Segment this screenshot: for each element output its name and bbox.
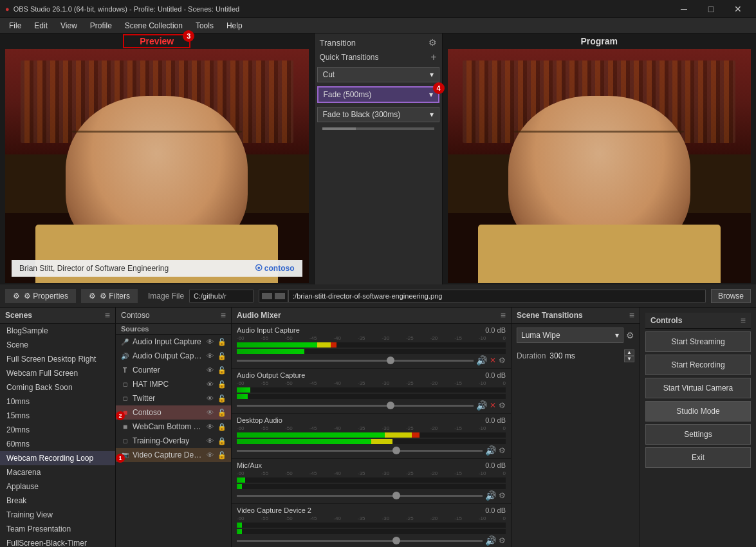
scenes-panel-icon[interactable]: ≡ (105, 310, 110, 320)
transition-header-row: Transition ⚙ (317, 36, 439, 49)
audio-mixer-panel-icon[interactable]: ≡ (501, 310, 506, 320)
source-contoso[interactable]: ◼ Contoso 👁 🔓 2 (116, 405, 231, 420)
start-virtual-camera-btn[interactable]: Start Virtual Camera (645, 378, 751, 398)
scene-item[interactable]: 60mns (0, 437, 115, 451)
image-file-path-long[interactable] (288, 290, 706, 302)
audio-settings-vid2-btn[interactable]: ⚙ (499, 536, 506, 545)
scene-transitions-select[interactable]: Luma Wipe ▾ (517, 328, 623, 343)
scene-transitions-panel-icon[interactable]: ≡ (629, 310, 634, 320)
audio-slider-mic[interactable] (237, 495, 483, 497)
webcam-bottom-lock-btn[interactable]: 🔒 (217, 422, 227, 432)
scene-item[interactable]: BlogSample (0, 324, 115, 338)
scene-item[interactable]: 15mns (0, 409, 115, 423)
source-video-capture[interactable]: 📷 Video Capture Device 👁 🔓 1 (116, 448, 231, 462)
twitter-visibility-btn[interactable]: 👁 (206, 394, 214, 403)
exit-btn[interactable]: Exit (645, 447, 751, 468)
audio-input-visibility-btn[interactable]: 👁 (206, 337, 214, 346)
counter-visibility-btn[interactable]: 👁 (206, 366, 214, 375)
minimize-button[interactable]: ─ (671, 0, 697, 18)
filters-tab[interactable]: ⚙ ⚙ Filters (81, 289, 138, 303)
twitter-lock-btn[interactable]: 🔓 (217, 394, 227, 403)
source-audio-input[interactable]: 🎤 Audio Input Capture 👁 🔓 (116, 335, 231, 349)
scene-item-webcam-full[interactable]: Webcam Full Screen (0, 366, 115, 380)
audio-settings-mic-btn[interactable]: ⚙ (499, 491, 506, 500)
audio-settings-input-btn[interactable]: ⚙ (499, 356, 506, 365)
scene-item[interactable]: Full Screen Desktop Right (0, 352, 115, 366)
scene-item[interactable]: Scene (0, 338, 115, 352)
menu-help[interactable]: Help (220, 20, 249, 32)
hat-impc-lock-btn[interactable]: 🔓 (217, 380, 227, 389)
audio-mute-x-btn[interactable]: ✕ (490, 356, 496, 365)
scene-item[interactable]: 10mns (0, 394, 115, 409)
audio-settings-output-btn[interactable]: ⚙ (499, 401, 506, 410)
audio-slider-output[interactable] (237, 405, 474, 407)
source-hat-impc[interactable]: ◻ HAT IMPC 👁 🔓 (116, 377, 231, 391)
source-training-overlay[interactable]: ◻ Training-Overlay 👁 🔒 (116, 434, 231, 448)
audio-mute-vid2-btn[interactable]: 🔊 (485, 535, 496, 546)
contoso-visibility-btn[interactable]: 👁 (206, 408, 214, 417)
close-button[interactable]: ✕ (725, 0, 751, 18)
menu-edit[interactable]: Edit (28, 20, 54, 32)
transition-settings-icon[interactable]: ⚙ (429, 37, 437, 48)
audio-mute-mic-btn[interactable]: 🔊 (485, 490, 496, 501)
scene-item[interactable]: 20mns (0, 423, 115, 437)
start-recording-btn[interactable]: Start Recording (645, 355, 751, 375)
scene-transitions-settings-icon[interactable]: ⚙ (626, 330, 634, 340)
scene-item[interactable]: FullScreen-Black-Timer (0, 536, 115, 547)
sources-panel-icon[interactable]: ≡ (221, 310, 226, 320)
audio-slider-input[interactable] (237, 360, 474, 362)
fade-black-dropdown[interactable]: Fade to Black (300ms) ▾ (317, 107, 439, 122)
preview-video[interactable]: Brian Stitt, Director of Software Engine… (5, 49, 309, 283)
scene-item-break[interactable]: Break (0, 494, 115, 508)
audio-input-lock-btn[interactable]: 🔓 (217, 337, 227, 347)
audio-mute-output-x-btn[interactable]: ✕ (490, 401, 496, 410)
maximize-button[interactable]: □ (698, 0, 724, 18)
scene-item-team-pres[interactable]: Team Presentation (0, 522, 115, 536)
menu-tools[interactable]: Tools (189, 20, 220, 32)
scene-item-coming-back[interactable]: Coming Back Soon (0, 380, 115, 394)
menu-view[interactable]: View (54, 20, 84, 32)
audio-slider-desktop[interactable] (237, 450, 483, 452)
video-capture-lock-btn[interactable]: 🔓 (217, 450, 227, 460)
program-video[interactable] (448, 49, 751, 283)
source-twitter[interactable]: ◻ Twitter 👁 🔓 (116, 391, 231, 405)
scene-item[interactable]: Applause (0, 479, 115, 494)
menu-profile[interactable]: Profile (84, 20, 118, 32)
duration-up-btn[interactable]: ▲ (624, 349, 634, 356)
menu-scene-collection[interactable]: Scene Collection (118, 20, 189, 32)
quick-transitions-add-icon[interactable]: + (430, 51, 436, 63)
audio-slider-vid2[interactable] (237, 540, 483, 542)
image-file-path-short[interactable] (189, 290, 254, 302)
contoso-lock-btn[interactable]: 🔓 (217, 408, 227, 418)
audio-mute-desktop-btn[interactable]: 🔊 (485, 445, 496, 456)
fade-dropdown[interactable]: Fade (500ms) ▾ 4 (317, 86, 439, 103)
scene-item-webcam-loop[interactable]: Webcam Recording Loop (0, 451, 115, 465)
hat-impc-visibility-btn[interactable]: 👁 (206, 380, 214, 389)
scene-item[interactable]: Training View (0, 508, 115, 522)
studio-mode-btn[interactable]: Studio Mode (645, 401, 751, 422)
duration-down-btn[interactable]: ▼ (624, 356, 634, 362)
scene-item[interactable]: Macarena (0, 465, 115, 479)
audio-mute-output-btn[interactable]: 🔊 (476, 400, 487, 411)
menu-file[interactable]: File (3, 20, 28, 32)
audio-output-lock-btn[interactable]: 🔓 (217, 351, 227, 361)
audio-mute-input-btn[interactable]: 🔊 (476, 355, 487, 366)
source-webcam-bottom[interactable]: ◼ WebCam Bottom Bar 👁 🔒 (116, 420, 231, 434)
training-overlay-lock-btn[interactable]: 🔒 (217, 436, 227, 446)
properties-tab[interactable]: ⚙ ⚙ Properties (5, 289, 76, 303)
source-audio-output[interactable]: 🔊 Audio Output Capture 👁 🔓 (116, 349, 231, 363)
transition-slider[interactable] (322, 127, 434, 130)
audio-settings-desktop-btn[interactable]: ⚙ (499, 446, 506, 455)
settings-btn[interactable]: Settings (645, 424, 751, 445)
training-overlay-visibility-btn[interactable]: 👁 (206, 436, 214, 445)
cut-dropdown[interactable]: Cut ▾ (317, 67, 439, 82)
webcam-bottom-visibility-btn[interactable]: 👁 (206, 422, 214, 431)
source-counter[interactable]: T Counter 👁 🔓 (116, 363, 231, 377)
controls-panel-icon[interactable]: ≡ (741, 315, 746, 326)
audio-output-visibility-btn[interactable]: 👁 (206, 351, 214, 360)
duration-spinner[interactable]: ▲ ▼ (624, 349, 634, 362)
video-capture-visibility-btn[interactable]: 👁 (206, 450, 214, 459)
counter-lock-btn[interactable]: 🔓 (217, 366, 227, 375)
start-streaming-btn[interactable]: Start Streaming (645, 331, 751, 352)
browse-button[interactable]: Browse (711, 289, 751, 303)
